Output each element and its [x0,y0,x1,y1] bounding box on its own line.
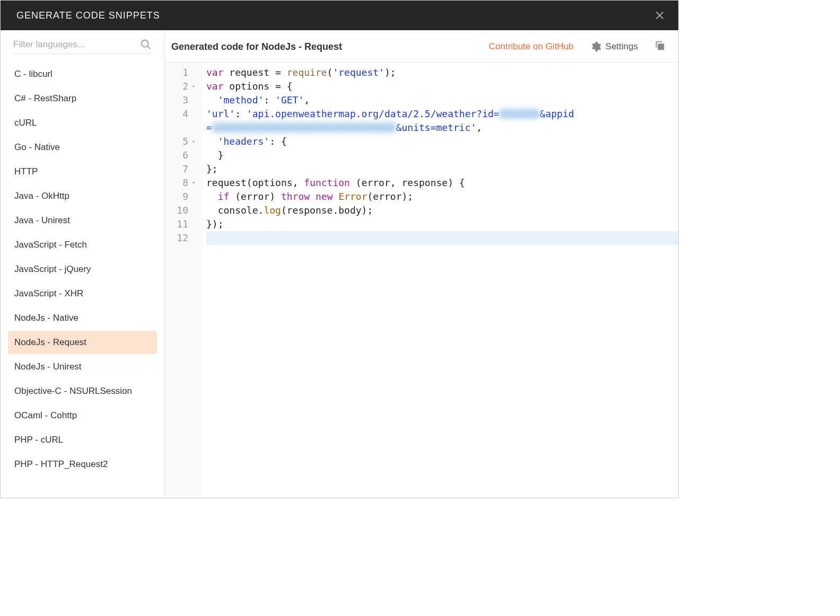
title-bar: GENERATE CODE SNIPPETS [1,1,678,30]
code-line: 'url': 'api.openweathermap.org/data/2.5/… [206,107,678,135]
language-item[interactable]: Java - Unirest [8,209,157,232]
gutter-line: 9 [165,190,198,204]
gutter-line: 11 [165,217,198,231]
language-item[interactable]: JavaScript - XHR [8,282,157,305]
language-item[interactable]: C - libcurl [8,63,157,86]
language-item[interactable]: Objective-C - NSURLSession [8,380,157,403]
modal-title: GENERATE CODE SNIPPETS [16,10,160,21]
gutter-line: 8▾ [165,176,198,190]
code-line: 'method': 'GET', [206,93,678,107]
gutter-line: 5▾ [165,135,198,148]
generated-title: Generated code for NodeJs - Request [171,41,342,52]
language-item[interactable]: Java - OkHttp [8,184,157,208]
svg-point-0 [142,40,148,47]
header-actions: Contribute on GitHub Settings [489,40,666,54]
code-line [206,231,678,245]
gutter-line: 3 [165,93,198,107]
settings-label: Settings [606,41,638,52]
gear-icon [590,41,601,52]
line-gutter: 12▾345▾678▾9101112 [165,63,202,498]
language-item[interactable]: OCaml - Cohttp [8,404,157,427]
language-item[interactable]: cURL [8,111,157,135]
sidebar: C - libcurlC# - RestSharpcURLGo - Native… [1,30,165,498]
code-line: 'headers': { [206,135,678,148]
gutter-line: 7 [165,162,198,176]
gutter-line: 4 [165,107,198,135]
code-line: request(options, function (error, respon… [206,176,678,190]
close-icon [654,10,666,21]
gutter-line: 6 [165,148,198,162]
code-line: }); [206,217,678,231]
code-line: } [206,148,678,162]
language-item[interactable]: JavaScript - Fetch [8,233,157,257]
gutter-line: 10 [165,204,198,217]
code-line: var options = { [206,80,678,93]
gutter-line: 12 [165,231,198,245]
close-button[interactable] [652,7,668,23]
language-item[interactable]: NodeJs - Native [8,306,157,330]
gutter-line: 1 [165,66,198,80]
svg-rect-1 [658,43,664,50]
code-line: }; [206,162,678,176]
contribute-link[interactable]: Contribute on GitHub [489,41,574,52]
code-line: console.log(response.body); [206,204,678,217]
language-item[interactable]: PHP - cURL [8,428,157,452]
language-item[interactable]: NodeJs - Unirest [8,355,157,379]
code-line: if (error) throw new Error(error); [206,190,678,204]
search-icon [140,39,152,50]
code-content: var request = require('request');var opt… [202,63,678,498]
language-item[interactable]: C# - RestSharp [8,87,157,110]
search-wrap [13,39,152,54]
language-item[interactable]: NodeJs - Request [8,331,157,354]
gutter-line: 2▾ [165,80,198,93]
language-item[interactable]: HTTP [8,160,157,183]
language-item[interactable]: PHP - HTTP_Request2 [8,453,157,476]
filter-input[interactable] [13,39,140,50]
language-item[interactable]: Go - Native [8,136,157,159]
copy-icon [654,40,666,51]
settings-button[interactable]: Settings [590,41,638,52]
copy-button[interactable] [654,40,666,54]
code-editor[interactable]: 12▾345▾678▾9101112 var request = require… [165,63,678,498]
content: C - libcurlC# - RestSharpcURLGo - Native… [1,30,678,498]
language-item[interactable]: JavaScript - jQuery [8,258,157,281]
language-list[interactable]: C - libcurlC# - RestSharpcURLGo - Native… [1,59,164,498]
main-panel: Generated code for NodeJs - Request Cont… [165,30,678,498]
code-line: var request = require('request'); [206,66,678,80]
main-header: Generated code for NodeJs - Request Cont… [165,30,678,63]
